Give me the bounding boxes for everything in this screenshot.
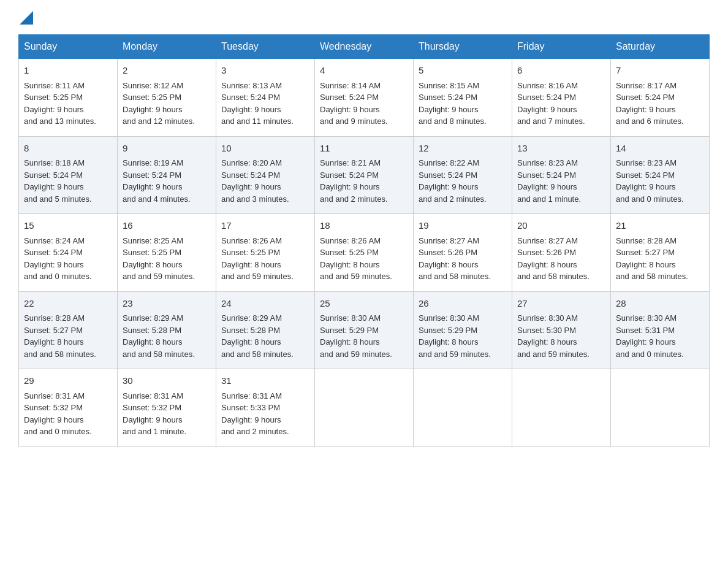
svg-marker-0 xyxy=(20,11,33,25)
day-number: 28 xyxy=(616,297,704,311)
day-number: 24 xyxy=(221,297,309,311)
week-row-2: 8 Sunrise: 8:18 AMSunset: 5:24 PMDayligh… xyxy=(19,136,710,214)
day-number: 8 xyxy=(24,142,112,156)
day-info: Sunrise: 8:27 AMSunset: 5:26 PMDaylight:… xyxy=(517,236,590,282)
day-number: 11 xyxy=(320,142,408,156)
day-number: 31 xyxy=(221,374,309,388)
day-info: Sunrise: 8:25 AMSunset: 5:25 PMDaylight:… xyxy=(123,236,195,282)
day-info: Sunrise: 8:29 AMSunset: 5:28 PMDaylight:… xyxy=(123,313,195,359)
header-thursday: Thursday xyxy=(414,35,512,59)
day-number: 4 xyxy=(320,64,408,78)
calendar-cell: 12 Sunrise: 8:22 AMSunset: 5:24 PMDaylig… xyxy=(414,136,512,214)
day-number: 12 xyxy=(419,142,507,156)
calendar-cell: 2 Sunrise: 8:12 AMSunset: 5:25 PMDayligh… xyxy=(118,59,216,137)
day-number: 27 xyxy=(517,297,605,311)
calendar-cell: 16 Sunrise: 8:25 AMSunset: 5:25 PMDaylig… xyxy=(118,214,216,292)
calendar-cell: 11 Sunrise: 8:21 AMSunset: 5:24 PMDaylig… xyxy=(315,136,414,214)
day-number: 2 xyxy=(123,64,211,78)
calendar-cell: 30 Sunrise: 8:31 AMSunset: 5:32 PMDaylig… xyxy=(118,369,216,447)
day-number: 25 xyxy=(320,297,408,311)
logo-triangle-icon xyxy=(20,11,33,25)
day-info: Sunrise: 8:31 AMSunset: 5:32 PMDaylight:… xyxy=(24,391,92,437)
calendar-cell: 9 Sunrise: 8:19 AMSunset: 5:24 PMDayligh… xyxy=(118,136,216,214)
day-info: Sunrise: 8:18 AMSunset: 5:24 PMDaylight:… xyxy=(24,158,92,204)
day-info: Sunrise: 8:12 AMSunset: 5:25 PMDaylight:… xyxy=(123,81,195,126)
day-info: Sunrise: 8:26 AMSunset: 5:25 PMDaylight:… xyxy=(320,236,392,282)
calendar-cell: 26 Sunrise: 8:30 AMSunset: 5:29 PMDaylig… xyxy=(414,291,512,369)
day-number: 5 xyxy=(419,64,507,78)
day-info: Sunrise: 8:23 AMSunset: 5:24 PMDaylight:… xyxy=(616,158,684,204)
day-number: 23 xyxy=(123,297,211,311)
day-info: Sunrise: 8:30 AMSunset: 5:30 PMDaylight:… xyxy=(517,313,590,359)
day-number: 22 xyxy=(24,297,112,311)
header-saturday: Saturday xyxy=(611,35,710,59)
day-info: Sunrise: 8:22 AMSunset: 5:24 PMDaylight:… xyxy=(419,158,487,204)
day-info: Sunrise: 8:20 AMSunset: 5:24 PMDaylight:… xyxy=(221,158,289,204)
day-number: 17 xyxy=(221,219,309,233)
day-info: Sunrise: 8:17 AMSunset: 5:24 PMDaylight:… xyxy=(616,81,684,126)
day-info: Sunrise: 8:27 AMSunset: 5:26 PMDaylight:… xyxy=(419,236,491,282)
calendar-cell: 4 Sunrise: 8:14 AMSunset: 5:24 PMDayligh… xyxy=(315,59,414,137)
calendar-cell: 22 Sunrise: 8:28 AMSunset: 5:27 PMDaylig… xyxy=(19,291,118,369)
calendar-cell: 25 Sunrise: 8:30 AMSunset: 5:29 PMDaylig… xyxy=(315,291,414,369)
page-header xyxy=(18,12,710,22)
calendar-cell xyxy=(512,369,611,447)
calendar-cell: 14 Sunrise: 8:23 AMSunset: 5:24 PMDaylig… xyxy=(611,136,710,214)
day-number: 20 xyxy=(517,219,605,233)
day-number: 15 xyxy=(24,219,112,233)
calendar-cell: 24 Sunrise: 8:29 AMSunset: 5:28 PMDaylig… xyxy=(216,291,315,369)
calendar-cell: 21 Sunrise: 8:28 AMSunset: 5:27 PMDaylig… xyxy=(611,214,710,292)
week-row-4: 22 Sunrise: 8:28 AMSunset: 5:27 PMDaylig… xyxy=(19,291,710,369)
day-number: 3 xyxy=(221,64,309,78)
week-row-5: 29 Sunrise: 8:31 AMSunset: 5:32 PMDaylig… xyxy=(19,369,710,447)
calendar-cell: 20 Sunrise: 8:27 AMSunset: 5:26 PMDaylig… xyxy=(512,214,611,292)
day-info: Sunrise: 8:30 AMSunset: 5:31 PMDaylight:… xyxy=(616,313,684,359)
header-friday: Friday xyxy=(512,35,611,59)
day-number: 6 xyxy=(517,64,605,78)
calendar-cell: 15 Sunrise: 8:24 AMSunset: 5:24 PMDaylig… xyxy=(19,214,118,292)
calendar-cell: 17 Sunrise: 8:26 AMSunset: 5:25 PMDaylig… xyxy=(216,214,315,292)
day-info: Sunrise: 8:21 AMSunset: 5:24 PMDaylight:… xyxy=(320,158,388,204)
logo xyxy=(18,12,33,22)
header-monday: Monday xyxy=(118,35,216,59)
day-info: Sunrise: 8:14 AMSunset: 5:24 PMDaylight:… xyxy=(320,81,388,126)
calendar-cell: 6 Sunrise: 8:16 AMSunset: 5:24 PMDayligh… xyxy=(512,59,611,137)
day-info: Sunrise: 8:26 AMSunset: 5:25 PMDaylight:… xyxy=(221,236,294,282)
calendar-cell xyxy=(414,369,512,447)
calendar-cell: 23 Sunrise: 8:29 AMSunset: 5:28 PMDaylig… xyxy=(118,291,216,369)
day-info: Sunrise: 8:11 AMSunset: 5:25 PMDaylight:… xyxy=(24,81,96,126)
day-number: 19 xyxy=(419,219,507,233)
calendar-header-row: SundayMondayTuesdayWednesdayThursdayFrid… xyxy=(19,35,710,59)
day-info: Sunrise: 8:19 AMSunset: 5:24 PMDaylight:… xyxy=(123,158,191,204)
day-info: Sunrise: 8:31 AMSunset: 5:33 PMDaylight:… xyxy=(221,391,289,437)
header-tuesday: Tuesday xyxy=(216,35,315,59)
calendar-cell: 18 Sunrise: 8:26 AMSunset: 5:25 PMDaylig… xyxy=(315,214,414,292)
day-number: 29 xyxy=(24,374,112,388)
calendar-cell xyxy=(611,369,710,447)
week-row-3: 15 Sunrise: 8:24 AMSunset: 5:24 PMDaylig… xyxy=(19,214,710,292)
day-number: 1 xyxy=(24,64,112,78)
day-number: 14 xyxy=(616,142,704,156)
calendar-table: SundayMondayTuesdayWednesdayThursdayFrid… xyxy=(18,34,710,447)
day-info: Sunrise: 8:31 AMSunset: 5:32 PMDaylight:… xyxy=(123,391,186,437)
day-number: 7 xyxy=(616,64,704,78)
calendar-cell: 29 Sunrise: 8:31 AMSunset: 5:32 PMDaylig… xyxy=(19,369,118,447)
calendar-cell: 31 Sunrise: 8:31 AMSunset: 5:33 PMDaylig… xyxy=(216,369,315,447)
calendar-cell: 8 Sunrise: 8:18 AMSunset: 5:24 PMDayligh… xyxy=(19,136,118,214)
calendar-cell: 28 Sunrise: 8:30 AMSunset: 5:31 PMDaylig… xyxy=(611,291,710,369)
day-number: 16 xyxy=(123,219,211,233)
calendar-cell: 1 Sunrise: 8:11 AMSunset: 5:25 PMDayligh… xyxy=(19,59,118,137)
day-info: Sunrise: 8:30 AMSunset: 5:29 PMDaylight:… xyxy=(320,313,392,359)
calendar-cell: 10 Sunrise: 8:20 AMSunset: 5:24 PMDaylig… xyxy=(216,136,315,214)
day-number: 13 xyxy=(517,142,605,156)
day-info: Sunrise: 8:23 AMSunset: 5:24 PMDaylight:… xyxy=(517,158,581,204)
header-sunday: Sunday xyxy=(19,35,118,59)
calendar-cell: 13 Sunrise: 8:23 AMSunset: 5:24 PMDaylig… xyxy=(512,136,611,214)
calendar-cell: 19 Sunrise: 8:27 AMSunset: 5:26 PMDaylig… xyxy=(414,214,512,292)
day-number: 18 xyxy=(320,219,408,233)
day-info: Sunrise: 8:15 AMSunset: 5:24 PMDaylight:… xyxy=(419,81,487,126)
calendar-cell: 3 Sunrise: 8:13 AMSunset: 5:24 PMDayligh… xyxy=(216,59,315,137)
day-number: 21 xyxy=(616,219,704,233)
calendar-cell xyxy=(315,369,414,447)
day-info: Sunrise: 8:13 AMSunset: 5:24 PMDaylight:… xyxy=(221,81,294,126)
